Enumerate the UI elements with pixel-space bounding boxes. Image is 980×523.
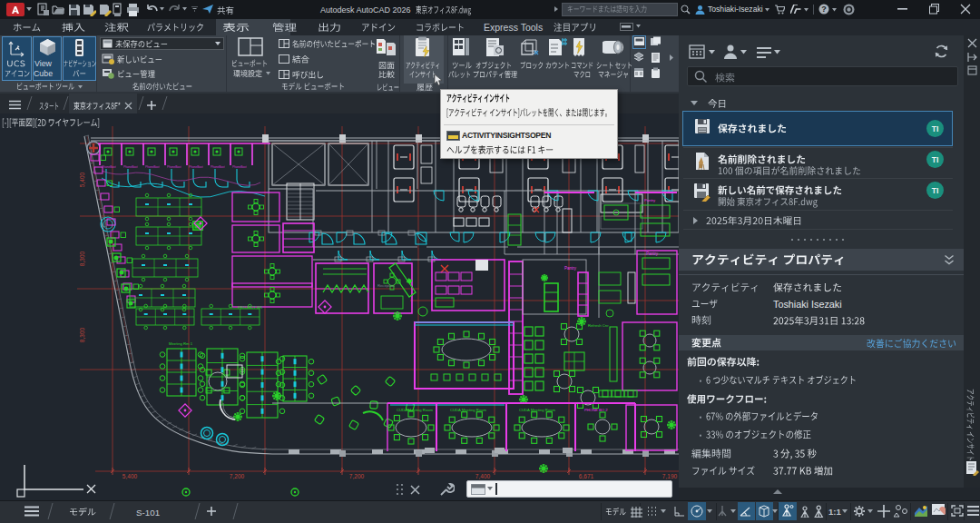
svg-text:PhoneBoot: PhoneBoot xyxy=(167,165,181,169)
svg-text:8,300: 8,300 xyxy=(79,251,85,266)
svg-text:?: ? xyxy=(821,5,827,14)
svg-text:7,200: 7,200 xyxy=(349,473,365,479)
svg-text:5,400: 5,400 xyxy=(122,473,138,479)
svg-text:TI: TI xyxy=(932,155,939,164)
svg-text:CUDA Meeting Room: CUDA Meeting Room xyxy=(519,408,556,412)
svg-text:TI: TI xyxy=(932,124,939,133)
svg-text:7,400: 7,400 xyxy=(475,473,491,479)
svg-text:Pantry: Pantry xyxy=(646,252,659,256)
svg-text:PhoneBoot: PhoneBoot xyxy=(232,165,247,169)
svg-text:TI: TI xyxy=(932,186,939,195)
svg-text:PhoneBoot: PhoneBoot xyxy=(211,165,225,169)
svg-text:PhoneBoot: PhoneBoot xyxy=(145,165,160,169)
svg-text:Meeting Rm 1: Meeting Rm 1 xyxy=(169,341,193,346)
svg-text:Refresh Cnr: Refresh Cnr xyxy=(588,323,609,328)
svg-text:Reception: Reception xyxy=(377,283,396,288)
svg-text:6,671: 6,671 xyxy=(579,473,594,479)
svg-text:7,200: 7,200 xyxy=(230,473,245,479)
svg-text:PhoneBoot: PhoneBoot xyxy=(102,165,116,169)
svg-text:7,190: 7,190 xyxy=(662,473,678,479)
svg-text:5,400: 5,400 xyxy=(79,172,85,187)
svg-text:Pantry: Pantry xyxy=(644,198,656,202)
svg-text:Pantry: Pantry xyxy=(564,266,577,271)
svg-text:PHONE BO 2: PHONE BO 2 xyxy=(584,408,608,412)
svg-text:PROJECT WK: PROJECT WK xyxy=(238,305,263,310)
svg-text:CUDA Meeting Room: CUDA Meeting Room xyxy=(450,408,487,412)
svg-text:CUDA Meeting Room: CUDA Meeting Room xyxy=(397,408,434,412)
svg-text:PhoneBoot: PhoneBoot xyxy=(189,165,203,169)
svg-text:PhoneBoot: PhoneBoot xyxy=(123,165,138,169)
svg-text:8,300: 8,300 xyxy=(79,327,85,342)
